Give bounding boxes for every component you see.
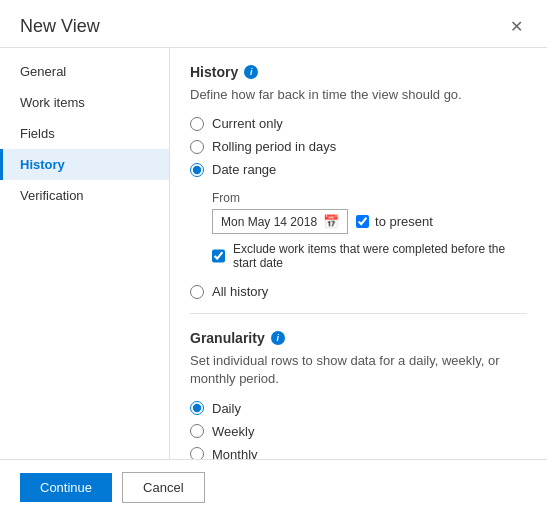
exclude-label: Exclude work items that were completed b… xyxy=(233,242,527,270)
radio-monthly-label: Monthly xyxy=(212,447,258,459)
radio-current-only-label: Current only xyxy=(212,116,283,131)
sidebar-label-fields: Fields xyxy=(20,126,55,141)
to-present-row: to present xyxy=(356,214,433,229)
date-range-section: From Mon May 14 2018 📅 to present xyxy=(212,191,527,270)
radio-all-history-label: All history xyxy=(212,284,268,299)
main-content: History i Define how far back in time th… xyxy=(170,48,547,459)
radio-current-only-input[interactable] xyxy=(190,117,204,131)
sidebar-label-verification: Verification xyxy=(20,188,84,203)
history-info-icon[interactable]: i xyxy=(244,65,258,79)
granularity-radio-group: Daily Weekly Monthly xyxy=(190,401,527,459)
sidebar-item-work-items[interactable]: Work items xyxy=(0,87,169,118)
history-radio-group: Current only Rolling period in days Date… xyxy=(190,116,527,299)
close-button[interactable]: ✕ xyxy=(506,17,527,37)
divider xyxy=(190,313,527,314)
dialog-title: New View xyxy=(20,16,100,37)
history-section: History i Define how far back in time th… xyxy=(190,64,527,299)
granularity-info-icon[interactable]: i xyxy=(271,331,285,345)
sidebar-item-fields[interactable]: Fields xyxy=(0,118,169,149)
history-description: Define how far back in time the view sho… xyxy=(190,86,527,104)
radio-weekly[interactable]: Weekly xyxy=(190,424,527,439)
date-input[interactable]: Mon May 14 2018 📅 xyxy=(212,209,348,234)
granularity-description: Set individual rows to show data for a d… xyxy=(190,352,527,388)
sidebar-item-verification[interactable]: Verification xyxy=(0,180,169,211)
radio-rolling-period-input[interactable] xyxy=(190,140,204,154)
radio-rolling-period[interactable]: Rolling period in days xyxy=(190,139,527,154)
radio-monthly-input[interactable] xyxy=(190,447,204,459)
dialog-header: New View ✕ xyxy=(0,0,547,48)
radio-daily[interactable]: Daily xyxy=(190,401,527,416)
radio-date-range-input[interactable] xyxy=(190,163,204,177)
continue-button[interactable]: Continue xyxy=(20,473,112,502)
sidebar-label-general: General xyxy=(20,64,66,79)
radio-all-history-input[interactable] xyxy=(190,285,204,299)
sidebar-item-general[interactable]: General xyxy=(0,56,169,87)
sidebar-label-work-items: Work items xyxy=(20,95,85,110)
sidebar-item-history[interactable]: History xyxy=(0,149,169,180)
radio-date-range[interactable]: Date range xyxy=(190,162,527,177)
radio-daily-label: Daily xyxy=(212,401,241,416)
sidebar: General Work items Fields History Verifi… xyxy=(0,48,170,459)
granularity-section: Granularity i Set individual rows to sho… xyxy=(190,330,527,459)
sidebar-label-history: History xyxy=(20,157,65,172)
date-value: Mon May 14 2018 xyxy=(221,215,317,229)
cancel-button[interactable]: Cancel xyxy=(122,472,204,503)
radio-weekly-input[interactable] xyxy=(190,424,204,438)
exclude-checkbox-item[interactable]: Exclude work items that were completed b… xyxy=(212,242,527,270)
dialog-body: General Work items Fields History Verifi… xyxy=(0,48,547,459)
calendar-icon: 📅 xyxy=(323,214,339,229)
history-title-text: History xyxy=(190,64,238,80)
radio-all-history[interactable]: All history xyxy=(190,284,527,299)
dialog: New View ✕ General Work items Fields His… xyxy=(0,0,547,515)
granularity-title-text: Granularity xyxy=(190,330,265,346)
to-present-label: to present xyxy=(375,214,433,229)
radio-current-only[interactable]: Current only xyxy=(190,116,527,131)
dialog-footer: Continue Cancel xyxy=(0,459,547,515)
granularity-title: Granularity i xyxy=(190,330,527,346)
to-present-checkbox[interactable] xyxy=(356,215,369,228)
radio-daily-input[interactable] xyxy=(190,401,204,415)
radio-date-range-label: Date range xyxy=(212,162,276,177)
exclude-checkbox[interactable] xyxy=(212,249,225,263)
from-label: From xyxy=(212,191,527,205)
radio-monthly[interactable]: Monthly xyxy=(190,447,527,459)
history-title: History i xyxy=(190,64,527,80)
radio-weekly-label: Weekly xyxy=(212,424,254,439)
from-row: Mon May 14 2018 📅 to present xyxy=(212,209,527,234)
radio-rolling-period-label: Rolling period in days xyxy=(212,139,336,154)
